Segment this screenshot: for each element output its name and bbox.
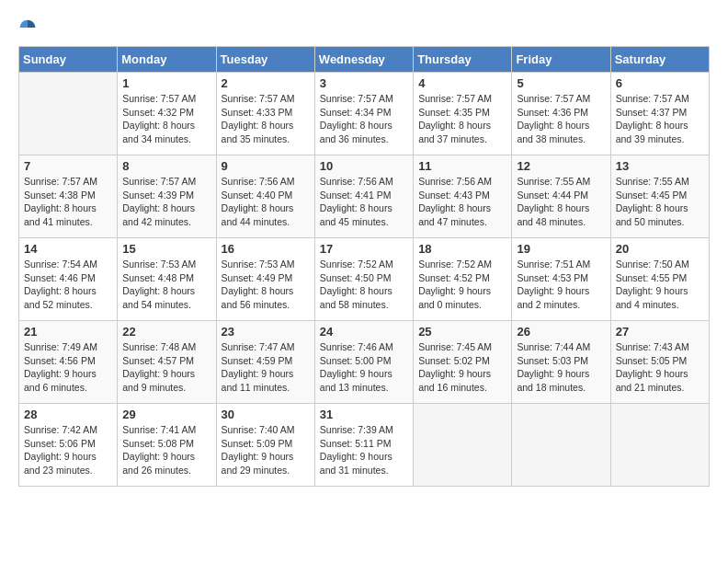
daylight-label: Daylight: 9 hours and 29 minutes. [222,451,294,476]
day-number: 23 [222,325,310,339]
day-number: 15 [122,242,210,256]
calendar-week-4: 21 Sunrise: 7:49 AM Sunset: 4:56 PM Dayl… [19,321,710,404]
day-number: 18 [418,242,506,256]
sunrise-label: Sunrise: 7:56 AM [320,176,393,187]
day-info: Sunrise: 7:40 AM Sunset: 5:09 PM Dayligh… [222,423,310,477]
daylight-label: Daylight: 8 hours and 44 minutes. [222,202,294,227]
day-info: Sunrise: 7:56 AM Sunset: 4:41 PM Dayligh… [320,175,408,229]
sunrise-label: Sunrise: 7:55 AM [517,176,590,187]
day-info: Sunrise: 7:55 AM Sunset: 4:44 PM Dayligh… [517,175,605,229]
calendar-cell: 29 Sunrise: 7:41 AM Sunset: 5:08 PM Dayl… [118,404,216,487]
sunset-label: Sunset: 5:08 PM [122,438,194,449]
daylight-label: Daylight: 8 hours and 42 minutes. [122,202,195,227]
day-info: Sunrise: 7:53 AM Sunset: 4:49 PM Dayligh… [222,258,310,312]
header-row: SundayMondayTuesdayWednesdayThursdayFrid… [19,47,710,73]
day-info: Sunrise: 7:52 AM Sunset: 4:52 PM Dayligh… [418,258,506,312]
day-info: Sunrise: 7:51 AM Sunset: 4:53 PM Dayligh… [517,258,605,312]
calendar-cell [414,404,512,487]
daylight-label: Daylight: 8 hours and 54 minutes. [122,285,195,310]
day-number: 4 [418,76,506,90]
daylight-label: Daylight: 9 hours and 26 minutes. [122,451,195,476]
calendar-cell [512,404,610,487]
sunrise-label: Sunrise: 7:57 AM [517,93,590,104]
sunset-label: Sunset: 5:05 PM [616,355,688,366]
calendar-week-1: 1 Sunrise: 7:57 AM Sunset: 4:32 PM Dayli… [19,73,710,155]
daylight-label: Daylight: 9 hours and 11 minutes. [222,368,294,393]
daylight-label: Daylight: 8 hours and 36 minutes. [320,120,392,144]
day-info: Sunrise: 7:57 AM Sunset: 4:37 PM Dayligh… [616,92,704,146]
daylight-label: Daylight: 9 hours and 4 minutes. [616,285,688,310]
daylight-label: Daylight: 8 hours and 50 minutes. [616,202,688,227]
calendar-cell: 19 Sunrise: 7:51 AM Sunset: 4:53 PM Dayl… [512,238,610,321]
calendar-cell: 23 Sunrise: 7:47 AM Sunset: 4:59 PM Dayl… [216,321,314,404]
daylight-label: Daylight: 9 hours and 2 minutes. [517,285,589,310]
daylight-label: Daylight: 9 hours and 9 minutes. [122,368,195,393]
weekday-header-wednesday: Wednesday [314,47,413,73]
daylight-label: Daylight: 8 hours and 48 minutes. [517,202,589,227]
sunset-label: Sunset: 5:02 PM [418,355,490,366]
day-number: 10 [320,159,408,173]
day-number: 13 [616,159,704,173]
sunrise-label: Sunrise: 7:42 AM [24,424,97,435]
day-number: 1 [122,76,210,90]
sunset-label: Sunset: 4:38 PM [24,190,96,201]
calendar-cell: 8 Sunrise: 7:57 AM Sunset: 4:39 PM Dayli… [118,155,216,238]
daylight-label: Daylight: 9 hours and 13 minutes. [320,368,392,393]
day-number: 8 [122,159,210,173]
day-number: 30 [222,408,310,421]
sunset-label: Sunset: 5:09 PM [222,438,293,449]
calendar-week-3: 14 Sunrise: 7:54 AM Sunset: 4:46 PM Dayl… [19,238,710,321]
calendar-cell: 14 Sunrise: 7:54 AM Sunset: 4:46 PM Dayl… [19,238,118,321]
day-info: Sunrise: 7:57 AM Sunset: 4:33 PM Dayligh… [222,92,310,146]
calendar-cell: 13 Sunrise: 7:55 AM Sunset: 4:45 PM Dayl… [610,155,709,238]
sunrise-label: Sunrise: 7:45 AM [418,341,492,352]
sunset-label: Sunset: 4:53 PM [517,272,588,283]
sunset-label: Sunset: 4:37 PM [616,107,688,118]
daylight-label: Daylight: 8 hours and 35 minutes. [222,120,294,144]
day-info: Sunrise: 7:44 AM Sunset: 5:03 PM Dayligh… [517,340,605,395]
day-info: Sunrise: 7:49 AM Sunset: 4:56 PM Dayligh… [24,340,112,395]
sunset-label: Sunset: 4:56 PM [24,355,96,366]
day-info: Sunrise: 7:47 AM Sunset: 4:59 PM Dayligh… [222,340,310,395]
sunrise-label: Sunrise: 7:52 AM [418,259,492,270]
sunset-label: Sunset: 4:32 PM [122,107,194,118]
sunrise-label: Sunrise: 7:49 AM [24,341,97,352]
day-info: Sunrise: 7:50 AM Sunset: 4:55 PM Dayligh… [616,258,704,312]
daylight-label: Daylight: 9 hours and 31 minutes. [320,451,392,476]
sunrise-label: Sunrise: 7:53 AM [122,259,196,270]
day-info: Sunrise: 7:56 AM Sunset: 4:43 PM Dayligh… [418,175,506,229]
daylight-label: Daylight: 8 hours and 41 minutes. [24,202,97,227]
sunset-label: Sunset: 4:33 PM [222,107,293,118]
calendar-cell: 4 Sunrise: 7:57 AM Sunset: 4:35 PM Dayli… [414,73,512,155]
sunset-label: Sunset: 5:06 PM [24,438,96,449]
calendar-cell: 15 Sunrise: 7:53 AM Sunset: 4:48 PM Dayl… [118,238,216,321]
day-info: Sunrise: 7:57 AM Sunset: 4:36 PM Dayligh… [517,92,605,146]
day-number: 12 [517,159,605,173]
sunrise-label: Sunrise: 7:46 AM [320,341,393,352]
sunset-label: Sunset: 4:41 PM [320,190,392,201]
day-number: 9 [222,159,310,173]
day-info: Sunrise: 7:52 AM Sunset: 4:50 PM Dayligh… [320,258,408,312]
day-number: 20 [616,242,704,256]
calendar-cell: 24 Sunrise: 7:46 AM Sunset: 5:00 PM Dayl… [314,321,413,404]
day-number: 28 [24,408,112,421]
sunrise-label: Sunrise: 7:57 AM [122,93,196,104]
sunrise-label: Sunrise: 7:50 AM [616,259,689,270]
calendar-cell: 12 Sunrise: 7:55 AM Sunset: 4:44 PM Dayl… [512,155,610,238]
daylight-label: Daylight: 9 hours and 16 minutes. [418,368,491,393]
day-number: 6 [616,76,704,90]
logo-icon [18,18,37,37]
calendar-cell: 20 Sunrise: 7:50 AM Sunset: 4:55 PM Dayl… [610,238,709,321]
daylight-label: Daylight: 8 hours and 37 minutes. [418,120,491,144]
sunrise-label: Sunrise: 7:55 AM [616,176,689,187]
daylight-label: Daylight: 8 hours and 45 minutes. [320,202,392,227]
page-header [18,18,710,37]
calendar-cell: 26 Sunrise: 7:44 AM Sunset: 5:03 PM Dayl… [512,321,610,404]
calendar-week-2: 7 Sunrise: 7:57 AM Sunset: 4:38 PM Dayli… [19,155,710,238]
sunrise-label: Sunrise: 7:47 AM [222,341,295,352]
day-number: 21 [24,325,112,339]
sunset-label: Sunset: 5:03 PM [517,355,588,366]
sunset-label: Sunset: 4:36 PM [517,107,588,118]
day-number: 11 [418,159,506,173]
sunset-label: Sunset: 4:48 PM [122,272,194,283]
